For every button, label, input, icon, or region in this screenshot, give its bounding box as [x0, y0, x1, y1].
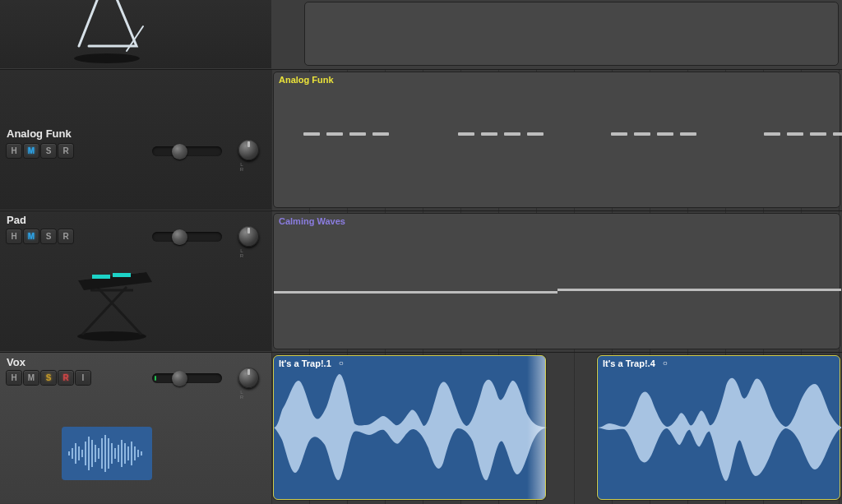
volume-thumb[interactable] — [172, 371, 187, 386]
timeline-row-vox[interactable]: It's a Trap!.1 ○ It's a Trap!.4 ○ — [271, 352, 842, 504]
track-btn-s[interactable]: S — [41, 371, 56, 385]
svg-rect-13 — [75, 443, 76, 464]
track-name-label: Analog Funk — [7, 127, 72, 140]
svg-rect-30 — [131, 442, 132, 465]
pan-knob[interactable] — [238, 368, 259, 388]
timeline-row-pad[interactable]: Calming Waves — [271, 210, 842, 352]
track-btn-s[interactable]: S — [41, 144, 56, 158]
pan-label: L R — [235, 162, 263, 172]
region-triangle[interactable] — [304, 2, 839, 66]
svg-rect-32 — [137, 450, 139, 457]
svg-rect-9 — [113, 273, 131, 277]
track-btn-r[interactable]: R — [58, 371, 73, 385]
svg-rect-26 — [118, 445, 119, 462]
track-button-row: H M S R I — [7, 371, 90, 385]
track-header-triangle[interactable] — [0, 0, 271, 69]
svg-rect-20 — [98, 448, 99, 459]
midi-sustain-note — [557, 289, 841, 291]
svg-point-1 — [74, 53, 140, 63]
svg-rect-29 — [127, 446, 129, 460]
track-btn-m[interactable]: M — [24, 144, 39, 158]
timeline-area[interactable]: Analog Funk — [271, 0, 842, 504]
svg-rect-19 — [95, 445, 96, 462]
svg-rect-23 — [108, 438, 109, 469]
svg-point-2 — [77, 331, 146, 341]
volume-thumb[interactable] — [172, 144, 187, 160]
svg-rect-22 — [104, 435, 106, 472]
svg-rect-14 — [78, 446, 80, 460]
svg-rect-8 — [92, 275, 110, 279]
track-btn-m[interactable]: M — [24, 371, 39, 385]
track-btn-r[interactable]: R — [58, 144, 73, 158]
track-btn-i[interactable]: I — [76, 371, 90, 385]
svg-rect-21 — [101, 438, 103, 469]
svg-rect-15 — [81, 450, 83, 457]
track-btn-h[interactable]: H — [7, 229, 21, 243]
volume-slider[interactable] — [152, 232, 222, 242]
volume-slider[interactable] — [152, 373, 222, 383]
volume-slider[interactable] — [152, 146, 222, 156]
svg-rect-24 — [111, 443, 113, 464]
svg-rect-27 — [121, 440, 123, 467]
keyboard-instrument-icon — [66, 254, 164, 348]
region-vox-1[interactable]: It's a Trap!.1 ○ — [273, 355, 546, 500]
track-header-pad[interactable]: Pad H M S R L R — [0, 210, 271, 352]
pan-label: L R — [235, 390, 263, 400]
svg-rect-18 — [91, 440, 93, 467]
region-calming-waves[interactable]: Calming Waves — [273, 213, 840, 349]
midi-notes — [274, 132, 840, 136]
audio-thumbnail-icon — [62, 427, 152, 483]
pan-knob[interactable] — [238, 140, 259, 160]
track-btn-h[interactable]: H — [7, 371, 21, 385]
svg-rect-16 — [85, 442, 86, 465]
svg-rect-12 — [72, 448, 73, 459]
svg-rect-25 — [114, 448, 116, 459]
fade-out-handle[interactable] — [527, 356, 545, 499]
volume-thumb[interactable] — [172, 229, 187, 245]
region-vox-2[interactable]: It's a Trap!.4 ○ — [597, 355, 840, 500]
triangle-instrument-icon — [56, 0, 155, 67]
svg-rect-28 — [124, 443, 126, 464]
track-name-label: Pad — [7, 214, 26, 226]
track-btn-m[interactable]: M — [24, 229, 39, 243]
track-header-analog-funk[interactable]: Analog Funk H M S R L R — [0, 69, 271, 210]
pan-knob[interactable] — [238, 226, 259, 247]
pan-label: L R — [235, 248, 263, 258]
volume-meter — [155, 376, 156, 381]
track-btn-h[interactable]: H — [7, 144, 21, 158]
svg-rect-17 — [88, 437, 90, 470]
track-header-panel: Analog Funk H M S R L R Pad H M S R — [0, 0, 271, 504]
track-name-label: Vox — [7, 356, 25, 368]
timeline-row-analog-funk[interactable]: Analog Funk — [271, 69, 842, 210]
track-button-row: H M S R — [7, 144, 73, 158]
region-name: Calming Waves — [279, 216, 345, 226]
svg-rect-33 — [141, 451, 142, 455]
svg-rect-11 — [68, 451, 70, 455]
track-header-vox[interactable]: Vox H M S R I L R — [0, 352, 271, 504]
svg-rect-31 — [134, 446, 136, 460]
track-button-row: H M S R — [7, 229, 73, 243]
region-analog-funk[interactable]: Analog Funk — [273, 72, 840, 208]
midi-sustain-note — [274, 291, 557, 294]
track-btn-r[interactable]: R — [58, 229, 73, 243]
timeline-row-triangle[interactable] — [271, 0, 842, 69]
track-btn-s[interactable]: S — [41, 229, 56, 243]
region-name: Analog Funk — [279, 75, 334, 85]
